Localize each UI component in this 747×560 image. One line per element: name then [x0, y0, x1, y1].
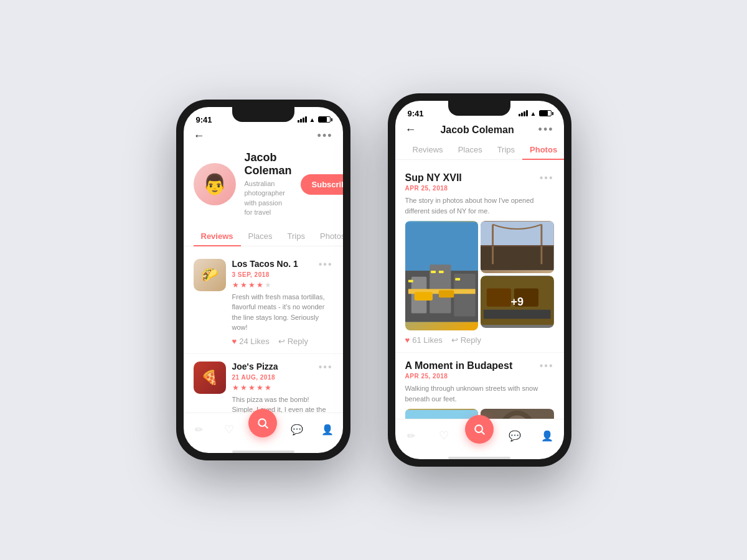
photo-nyc-more: +9 [481, 276, 554, 328]
review-title-1: Los Tacos No. 1 [232, 259, 298, 269]
nav-bar-2: ← Jacob Coleman ••• [395, 121, 564, 140]
heart-icon-1: ♥ [232, 337, 237, 346]
back-button-2[interactable]: ← [405, 123, 416, 136]
nav-more-2[interactable]: ••• [538, 123, 554, 136]
star-8: ★ [248, 383, 255, 392]
post-like-1[interactable]: ♥ 61 Likes [405, 335, 443, 345]
review-item-2: 🍕 Joe's Pizza ••• 21 AUG, 2018 ★ ★ ★ ★ ★ [184, 354, 343, 413]
home-indicator-1 [232, 450, 294, 453]
tabs-2: Reviews Places Trips Photos [395, 140, 564, 160]
review-actions-1: ♥ 24 Likes ↩ Reply [232, 337, 333, 346]
review-content-1: Los Tacos No. 1 ••• 3 SEP, 2018 ★ ★ ★ ★ … [232, 259, 333, 346]
star-2: ★ [240, 281, 247, 289]
status-icons-1: ▲ [298, 116, 331, 123]
svg-rect-15 [481, 246, 554, 270]
tab-photos-2[interactable]: Photos [522, 140, 563, 159]
signal-icon-2 [519, 110, 528, 116]
star-5: ★ [265, 281, 271, 289]
photo-budapest-wall [405, 409, 479, 419]
profile-section-1: 👨 Jacob Coleman Australian photographer … [184, 146, 343, 226]
review-header-1: Los Tacos No. 1 ••• [232, 259, 333, 270]
post-date-1: APR 25, 2018 [405, 185, 554, 192]
post-desc-2: Walking through unknown streets with sno… [405, 383, 554, 404]
edit-icon-2[interactable]: ✏ [400, 424, 423, 447]
svg-line-40 [482, 432, 485, 435]
wifi-icon: ▲ [309, 116, 316, 123]
subscribe-button[interactable]: Subscribe [301, 174, 343, 195]
star-4: ★ [256, 281, 263, 289]
review-title-2: Joe's Pizza [232, 362, 278, 371]
signal-icon [298, 116, 307, 123]
avatar-1: 👨 [194, 163, 236, 205]
chat-icon-2[interactable]: 💬 [504, 424, 526, 447]
wifi-icon-2: ▲ [530, 110, 537, 117]
profile-icon-1[interactable]: 👤 [316, 418, 339, 441]
time-2: 9:41 [408, 109, 424, 118]
heart-nav-icon-2[interactable]: ♡ [433, 424, 455, 447]
tab-trips-2[interactable]: Trips [490, 140, 522, 159]
nav-more-1[interactable]: ••• [317, 129, 333, 142]
tab-places-2[interactable]: Places [451, 140, 490, 159]
star-7: ★ [240, 383, 247, 392]
chat-icon-1[interactable]: 💬 [286, 418, 308, 441]
status-icons-2: ▲ [519, 110, 552, 117]
notch-2 [448, 101, 510, 116]
post-more-1[interactable]: ••• [540, 172, 554, 184]
phone-1-screen: 9:41 ▲ ← ••• 👨 Jacob Coleman [184, 107, 343, 453]
tab-places-1[interactable]: Places [241, 226, 280, 246]
star-1: ★ [232, 281, 239, 289]
svg-rect-10 [408, 280, 413, 282]
like-button-1[interactable]: ♥ 24 Likes [232, 337, 270, 346]
review-text-2: This pizza was the bomb! Simple. Loved i… [232, 394, 333, 413]
battery-icon [318, 116, 331, 123]
svg-rect-12 [438, 271, 443, 273]
review-thumb-pizza: 🍕 [194, 362, 226, 394]
tab-photos-1[interactable]: Photos [312, 226, 343, 246]
review-content-2: Joe's Pizza ••• 21 AUG, 2018 ★ ★ ★ ★ ★ T… [232, 362, 333, 413]
svg-point-0 [259, 419, 266, 426]
post-heart-icon-1: ♥ [405, 335, 410, 345]
tab-reviews-2[interactable]: Reviews [405, 140, 451, 159]
photo-nyc-main [405, 221, 479, 330]
photos-content: Sup NY XVII ••• APR 25, 2018 The story i… [395, 160, 564, 419]
post-title-2: A Moment in Budapest [405, 360, 513, 371]
nav-title-2: Jacob Coleman [440, 124, 514, 136]
search-fab-2[interactable] [465, 415, 494, 444]
tab-reviews-1[interactable]: Reviews [194, 226, 241, 246]
tab-trips-1[interactable]: Trips [280, 226, 312, 246]
svg-rect-13 [455, 278, 460, 281]
edit-icon-1[interactable]: ✏ [187, 418, 210, 441]
post-header-1: Sup NY XVII ••• [405, 172, 554, 184]
search-fab-1[interactable] [248, 409, 277, 437]
photo-grid-1: +9 [405, 221, 554, 330]
post-reply-icon-1: ↩ [451, 335, 458, 345]
post-title-1: Sup NY XVII [405, 172, 462, 184]
profile-bio-1: Australian photographer with passion for… [245, 179, 292, 218]
svg-point-39 [475, 425, 482, 432]
svg-rect-11 [431, 271, 436, 273]
post-date-2: APR 25, 2018 [405, 373, 554, 380]
nav-bar-1: ← ••• [184, 127, 343, 146]
review-header-2: Joe's Pizza ••• [232, 362, 333, 373]
review-thumb-tacos: 🌮 [194, 259, 226, 291]
review-date-2: 21 AUG, 2018 [232, 374, 333, 381]
post-header-2: A Moment in Budapest ••• [405, 360, 554, 371]
profile-icon-2[interactable]: 👤 [536, 424, 558, 447]
review-date-1: 3 SEP, 2018 [232, 271, 333, 278]
star-6: ★ [232, 383, 239, 392]
post-reply-1[interactable]: ↩ Reply [451, 335, 481, 345]
svg-line-1 [265, 426, 268, 429]
star-10: ★ [265, 383, 271, 392]
post-more-2[interactable]: ••• [540, 360, 554, 371]
review-more-1[interactable]: ••• [319, 259, 333, 270]
photo-nyc-bridge [481, 221, 554, 273]
star-3: ★ [248, 281, 255, 289]
reply-icon-1: ↩ [278, 337, 285, 346]
phone-2: 9:41 ▲ ← Jacob Coleman ••• Reviews Place… [388, 93, 571, 467]
phone-2-screen: 9:41 ▲ ← Jacob Coleman ••• Reviews Place… [395, 101, 564, 459]
review-more-2[interactable]: ••• [319, 362, 333, 373]
bottom-bar-2: ✏ ♡ 💬 👤 [395, 419, 564, 454]
reply-button-1[interactable]: ↩ Reply [278, 337, 308, 346]
heart-nav-icon-1[interactable]: ♡ [218, 418, 240, 441]
back-button-1[interactable]: ← [194, 129, 205, 142]
